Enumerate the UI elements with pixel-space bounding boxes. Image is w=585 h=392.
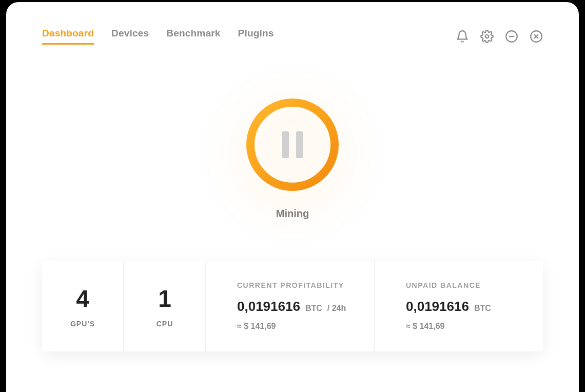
- profitability-period: / 24h: [327, 304, 346, 313]
- profitability-unit: BTC: [305, 304, 322, 313]
- tab-devices[interactable]: Devices: [111, 28, 149, 45]
- close-icon[interactable]: [530, 30, 543, 43]
- cpu-count: 1: [158, 285, 171, 312]
- gpu-label: GPU'S: [70, 320, 95, 328]
- profitability-value: 0,0191616: [237, 299, 300, 315]
- profitability-approx: ≈ $ 141,69: [237, 322, 354, 331]
- gpu-count: 4: [76, 285, 89, 312]
- nav-tabs: Dashboard Devices Benchmark Plugins: [42, 28, 274, 45]
- balance-card: UNPAID BALANCE 0,0191616 BTC ≈ $ 141,69: [375, 261, 543, 351]
- tab-dashboard[interactable]: Dashboard: [42, 28, 94, 45]
- profitability-value-row: 0,0191616 BTC / 24h: [237, 299, 354, 315]
- gear-icon[interactable]: [480, 30, 494, 43]
- cpu-label: CPU: [157, 320, 173, 328]
- gpu-card: 4 GPU'S: [42, 261, 124, 351]
- balance-unit: BTC: [474, 304, 491, 313]
- profitability-card: CURRENT PROFITABILITY 0,0191616 BTC / 24…: [206, 261, 375, 351]
- balance-approx: ≈ $ 141,69: [406, 322, 522, 331]
- app-window: Dashboard Devices Benchmark Plugins: [6, 2, 579, 392]
- balance-title: UNPAID BALANCE: [406, 281, 522, 289]
- profitability-title: CURRENT PROFITABILITY: [237, 281, 354, 289]
- stats-row: 4 GPU'S 1 CPU CURRENT PROFITABILITY 0,01…: [42, 261, 543, 351]
- tab-plugins[interactable]: Plugins: [238, 28, 274, 45]
- balance-value-row: 0,0191616 BTC: [406, 299, 522, 315]
- mining-toggle-button[interactable]: [244, 96, 341, 193]
- mining-status-panel: Mining: [6, 96, 579, 220]
- balance-value: 0,0191616: [406, 299, 469, 315]
- tab-benchmark[interactable]: Benchmark: [166, 28, 220, 45]
- mining-status-label: Mining: [276, 208, 309, 220]
- window-controls: [456, 30, 543, 43]
- topbar: Dashboard Devices Benchmark Plugins: [6, 2, 579, 50]
- bell-icon[interactable]: [456, 30, 469, 43]
- cpu-card: 1 CPU: [124, 261, 206, 351]
- minimize-icon[interactable]: [505, 30, 518, 43]
- svg-point-0: [485, 34, 489, 38]
- pause-icon: [282, 131, 303, 158]
